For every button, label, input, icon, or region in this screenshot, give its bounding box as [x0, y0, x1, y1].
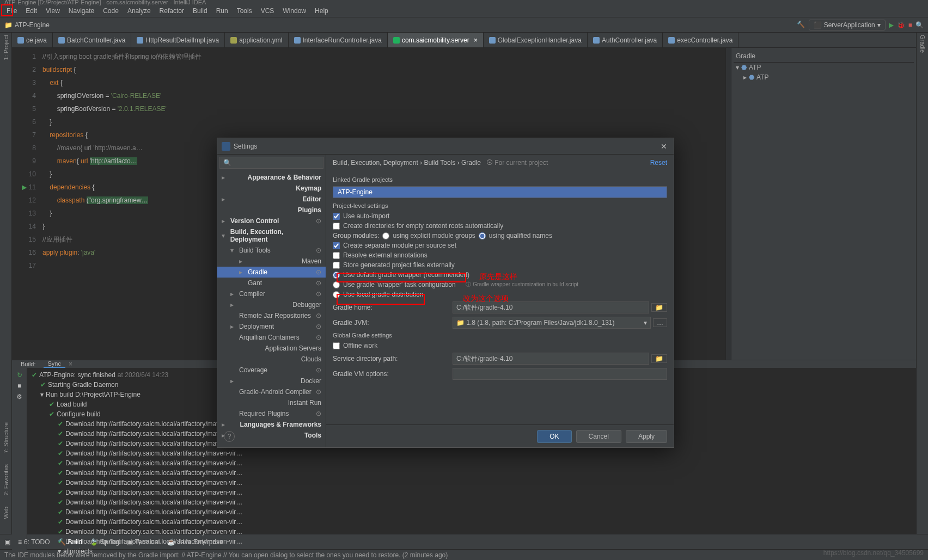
editor-tab[interactable]: HttpResultDetailImpl.java — [131, 33, 225, 47]
resolve-annotations-checkbox[interactable] — [333, 252, 340, 259]
local-distribution-radio[interactable] — [333, 291, 340, 298]
menu-analyze[interactable]: Analyze — [123, 7, 155, 15]
build-node[interactable]: ✔ Download http://artifactory.saicm.loca… — [32, 488, 912, 497]
browse-svc-button[interactable]: 📁 — [651, 354, 667, 363]
create-dirs-checkbox[interactable] — [333, 223, 340, 230]
qualified-names-radio[interactable] — [479, 232, 486, 239]
close-icon[interactable]: ✕ — [658, 141, 669, 152]
sync-tab[interactable]: Sync — [44, 360, 65, 368]
debug-icon[interactable]: 🐞 — [897, 21, 905, 29]
search-icon[interactable]: 🔍 — [915, 21, 924, 29]
settings-item-arquillian-containers[interactable]: Arquillian Containers⊙ — [217, 332, 326, 343]
settings-item-gradle-android-compiler[interactable]: Gradle-Android Compiler⊙ — [217, 386, 326, 397]
stop-icon[interactable]: ■ — [908, 21, 912, 29]
help-button[interactable]: ? — [224, 431, 235, 442]
tool-window-toggle[interactable]: ▣ — [4, 538, 10, 546]
wrapper-task-radio[interactable] — [333, 281, 340, 288]
build-node[interactable]: ✔ Download http://artifactory.saicm.loca… — [32, 517, 912, 527]
ok-button[interactable]: OK — [537, 430, 571, 443]
browse-jvm-button[interactable]: … — [653, 318, 667, 327]
offline-work-checkbox[interactable] — [333, 342, 340, 349]
stop-build-icon[interactable]: ■ — [17, 382, 21, 390]
default-wrapper-radio[interactable] — [333, 272, 340, 279]
gradle-panel[interactable]: Gradle ▾⬣ATP ▸⬣ATP — [731, 48, 916, 360]
menu-run[interactable]: Run — [212, 7, 233, 15]
auto-import-checkbox[interactable] — [333, 213, 340, 220]
settings-item-application-servers[interactable]: Application Servers — [217, 343, 326, 354]
build-node[interactable]: ✔ Download http://artifactory.saicm.loca… — [32, 458, 912, 468]
run-config-selector[interactable]: ⬛ ServerApplication ▾ — [809, 20, 886, 30]
web-tool-button[interactable]: Web — [3, 507, 9, 519]
close-tab-icon[interactable]: × — [69, 360, 72, 368]
menu-code[interactable]: Code — [99, 7, 123, 15]
store-external-checkbox[interactable] — [333, 262, 340, 269]
reset-link[interactable]: Reset — [650, 159, 667, 167]
settings-item-deployment[interactable]: ▸Deployment⊙ — [217, 321, 326, 332]
build-node[interactable]: ✔ Download http://artifactory.saicm.loca… — [32, 448, 912, 458]
linked-projects-list[interactable]: ATP-Engine — [333, 186, 667, 198]
bottom-tool-spring[interactable]: 🍃Spring — [90, 538, 119, 546]
run-icon[interactable]: ▶ — [889, 21, 894, 29]
editor-tab[interactable]: application.yml — [225, 33, 288, 47]
gradle-tool-button[interactable]: Gradle — [919, 35, 926, 53]
menu-window[interactable]: Window — [278, 7, 310, 15]
settings-tree[interactable]: ▸Appearance & BehaviorKeymap▸EditorPlugi… — [217, 171, 326, 447]
search-input[interactable] — [234, 159, 320, 167]
settings-item-required-plugins[interactable]: Required Plugins⊙ — [217, 408, 326, 419]
editor-tab[interactable]: GlobalExceptionHandler.java — [484, 33, 588, 47]
settings-item-clouds[interactable]: Clouds — [217, 354, 326, 365]
rerun-icon[interactable]: ↻ — [17, 371, 22, 379]
settings-item-languages-frameworks[interactable]: ▸Languages & Frameworks — [217, 419, 326, 430]
breadcrumb-project[interactable]: ATP-Engine — [15, 21, 50, 29]
build-node[interactable]: ✔ Download http://artifactory.saicm.loca… — [32, 478, 912, 488]
settings-item-instant-run[interactable]: Instant Run — [217, 397, 326, 408]
browse-home-button[interactable]: 📁 — [651, 303, 667, 312]
linked-project-item[interactable]: ATP-Engine — [333, 187, 667, 198]
editor-tab[interactable]: execController.java — [663, 33, 738, 47]
menu-file[interactable]: File — [2, 7, 21, 15]
editor-tab[interactable]: BatchController.java — [53, 33, 131, 47]
settings-item-gant[interactable]: Gant⊙ — [217, 278, 326, 288]
settings-item-docker[interactable]: ▸Docker — [217, 376, 326, 386]
menu-view[interactable]: View — [41, 7, 64, 15]
menu-vcs[interactable]: VCS — [257, 7, 279, 15]
build-icon[interactable]: 🔨 — [797, 21, 805, 29]
bottom-tool-todo[interactable]: ≡6: TODO — [18, 538, 50, 546]
editor-tab[interactable]: ce.java — [12, 33, 53, 47]
filter-icon[interactable]: ⚙ — [16, 393, 22, 401]
build-node[interactable]: ✔ Download http://artifactory.saicm.loca… — [32, 537, 912, 546]
favorites-tool-button[interactable]: 2: Favorites — [3, 464, 9, 495]
explicit-groups-radio[interactable] — [382, 232, 389, 239]
gradle-jvm-combo[interactable]: 📁 1.8 (1.8, path: C:/Program Files/Java/… — [453, 317, 651, 329]
settings-item-keymap[interactable]: Keymap — [217, 183, 326, 194]
bottom-tool-build[interactable]: 🔨Build — [58, 538, 83, 546]
settings-item-gradle[interactable]: ▸Gradle⊙ — [217, 267, 326, 278]
build-node[interactable]: ✔ Download http://artifactory.saicm.loca… — [32, 507, 912, 517]
apply-button[interactable]: Apply — [626, 430, 667, 443]
cancel-button[interactable]: Cancel — [576, 430, 621, 443]
scrollbar-marks[interactable] — [725, 48, 731, 360]
settings-item-remote-jar-repositories[interactable]: Remote Jar Repositories⊙ — [217, 310, 326, 321]
structure-tool-button[interactable]: 7: Structure — [3, 422, 9, 453]
editor-tab[interactable]: InterfaceRunController.java — [289, 33, 388, 47]
project-tool-button[interactable]: 1: Project — [3, 35, 9, 60]
editor-tab[interactable]: AuthController.java — [588, 33, 663, 47]
vm-options-input[interactable] — [453, 368, 667, 380]
settings-item-compiler[interactable]: ▸Compiler⊙ — [217, 288, 326, 299]
separate-module-checkbox[interactable] — [333, 242, 340, 249]
bottom-tool-javaenterprise[interactable]: ☕Java Enterprise — [167, 538, 223, 546]
menu-refactor[interactable]: Refactor — [155, 7, 188, 15]
menu-edit[interactable]: Edit — [21, 7, 41, 15]
settings-item-coverage[interactable]: Coverage⊙ — [217, 365, 326, 376]
settings-item-debugger[interactable]: ▸Debugger — [217, 299, 326, 310]
menu-help[interactable]: Help — [310, 7, 333, 15]
settings-item-maven[interactable]: ▸Maven — [217, 256, 326, 267]
menu-tools[interactable]: Tools — [233, 7, 257, 15]
gradle-child-node[interactable]: ▸⬣ATP — [734, 72, 914, 82]
service-dir-input[interactable] — [453, 353, 649, 365]
settings-item-plugins[interactable]: Plugins — [217, 205, 326, 216]
build-node[interactable]: ✔ Download http://artifactory.saicm.loca… — [32, 527, 912, 537]
bottom-tool-terminal[interactable]: ▣Terminal — [127, 538, 160, 546]
close-tab-icon[interactable]: × — [474, 36, 478, 44]
menu-navigate[interactable]: Navigate — [64, 7, 99, 15]
